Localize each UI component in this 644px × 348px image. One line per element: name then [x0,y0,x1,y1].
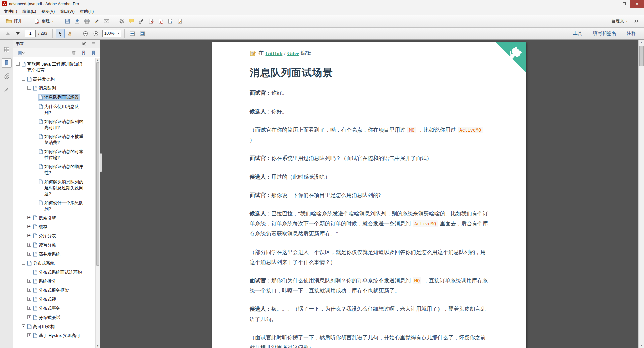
bookmark-item[interactable]: +基于 Hystrix 实现高可 [13,330,85,339]
bookmark-item[interactable]: 消息队列面试场景 [13,92,85,101]
bookmark-item[interactable]: -消息队列 [13,83,85,92]
share-button[interactable] [73,17,82,26]
bookmark-item[interactable]: +读写分离 [13,240,85,249]
fit-width-button[interactable] [128,29,137,38]
close-button[interactable]: × [630,0,644,8]
minimize-button[interactable] [606,0,618,8]
expand-icon[interactable]: + [27,216,31,219]
sign-button[interactable] [92,17,101,26]
bookmark-item[interactable]: +分布式服务框架 [13,285,85,294]
gear-button[interactable] [117,17,126,26]
bookmark-item[interactable]: 为什么使用消息队列? [13,101,85,116]
expand-icon[interactable]: + [27,315,31,319]
page-number-input[interactable] [25,30,36,37]
comment-bubble-button[interactable] [127,17,136,26]
menu-item[interactable]: 编辑(E) [20,8,39,15]
bookmark-item[interactable]: +分库分表 [13,231,85,240]
fill-sign-pane-button[interactable]: 填写和签名 [588,30,621,37]
select-tool-button[interactable] [56,29,65,38]
bookmark-settings-button[interactable] [89,49,97,56]
attachments-panel-button[interactable] [2,72,12,81]
delete-bookmark-button[interactable] [70,49,78,56]
document-scrollbar[interactable]: ▲ ▼ [638,40,644,348]
panel-collapse-button[interactable] [80,40,88,48]
hand-tool-button[interactable] [66,29,75,38]
collapse-icon[interactable]: - [27,86,31,90]
next-page-button[interactable] [13,29,22,38]
page-thumbnails-button[interactable] [2,45,12,54]
bookmark-options-button[interactable] [16,49,27,56]
fit-page-button[interactable] [138,29,147,38]
zoom-in-button[interactable] [91,29,100,38]
bookmark-item[interactable]: -分布式系统 [13,258,85,267]
collapse-icon[interactable]: - [22,324,25,328]
fill-sign-button[interactable] [137,17,146,26]
expand-icon[interactable]: + [27,288,31,292]
new-bookmark-button[interactable] [79,49,87,56]
bookmark-item[interactable]: +高并发系统 [13,249,85,258]
bookmark-item[interactable]: +搜索引擎 [13,213,85,222]
bookmark-item[interactable]: +缓存 [13,222,85,231]
expand-icon[interactable]: + [27,306,31,310]
bookmark-item[interactable]: 如何设计一个消息队列? [13,198,85,213]
bookmark-item[interactable]: 如何保证消息不被重复消费? [13,131,85,146]
menu-item[interactable]: 文件(F) [1,8,20,15]
stamp-button[interactable] [156,17,165,26]
edit-document-button[interactable] [176,17,185,26]
bookmark-item[interactable]: 如何保证消息队列的高可用? [13,116,85,131]
bookmark-item[interactable]: -高并发架构 [13,74,85,83]
expand-icon[interactable]: + [27,252,31,256]
bookmark-item[interactable]: 如何解决消息队列的延时以及过期失效问题? [13,177,85,198]
reject-document-button[interactable] [147,17,156,26]
open-button[interactable]: 打开 [3,17,25,25]
menu-item[interactable]: 帮助(H) [77,8,97,15]
scroll-up-icon[interactable]: ▲ [639,40,644,45]
bookmark-item[interactable]: 如何保证消息的顺序性? [13,161,85,177]
expand-icon[interactable]: + [27,243,31,247]
previous-page-button[interactable] [3,29,12,38]
bookmark-item[interactable]: +分布式会话 [13,312,85,321]
collapse-icon[interactable]: - [22,261,25,265]
scrollbar-thumb[interactable] [96,62,99,266]
expand-icon[interactable]: + [27,279,31,283]
scroll-up-icon[interactable]: ▲ [96,58,100,62]
expand-icon[interactable]: + [27,333,31,337]
toolbar-expand-button[interactable] [632,17,641,26]
customize-button[interactable]: 自定义 ▼ [609,17,631,25]
expand-icon[interactable]: + [27,225,31,228]
bookmark-item[interactable]: 如何保证消息的可靠性传输? [13,146,85,161]
bookmark-item[interactable]: +分布式事务 [13,303,85,312]
signatures-panel-button[interactable] [2,85,12,94]
collapse-icon[interactable]: - [16,62,20,66]
save-button[interactable] [63,17,72,26]
bookmark-item[interactable]: -高可用架构 [13,321,85,330]
bookmark-item[interactable]: +系统拆分 [13,276,85,285]
panel-splitter-handle[interactable] [100,153,102,172]
bookmarks-panel-button[interactable] [2,58,12,68]
bookmark-item[interactable]: 分布式系统面试连环炮 [13,267,85,276]
zoom-out-button[interactable] [81,29,90,38]
print-button[interactable] [82,17,92,26]
bookmark-item[interactable]: +分布式锁 [13,294,85,303]
expand-icon[interactable]: + [27,297,31,301]
scroll-down-icon[interactable]: ▼ [639,343,644,348]
bookmarks-scrollbar[interactable]: ▲ ▼ [95,58,100,348]
bookmark-item[interactable]: -互联网 Java 工程师进阶知识完全扫盲 [13,59,85,74]
email-button[interactable] [102,17,111,26]
tools-pane-button[interactable]: 工具 [568,30,587,37]
scroll-down-icon[interactable]: ▼ [96,344,100,348]
menu-item[interactable]: 窗口(W) [57,8,77,15]
scrollbar-thumb[interactable] [639,46,644,66]
collapse-icon[interactable]: - [22,77,25,81]
expand-icon[interactable]: + [27,234,31,237]
github-corner-icon[interactable] [495,42,526,72]
panel-menu-button[interactable] [89,40,97,48]
create-button[interactable]: 创建 ▼ [31,17,57,25]
gitee-link[interactable]: Gitee [287,50,299,56]
github-link[interactable]: GitHub [266,50,283,56]
maximize-button[interactable] [618,0,630,8]
menu-item[interactable]: 视图(V) [39,8,57,15]
export-document-button[interactable] [166,17,175,26]
zoom-level-dropdown[interactable]: 100% ▼ [102,30,122,37]
comment-pane-button[interactable]: 注释 [622,30,641,37]
